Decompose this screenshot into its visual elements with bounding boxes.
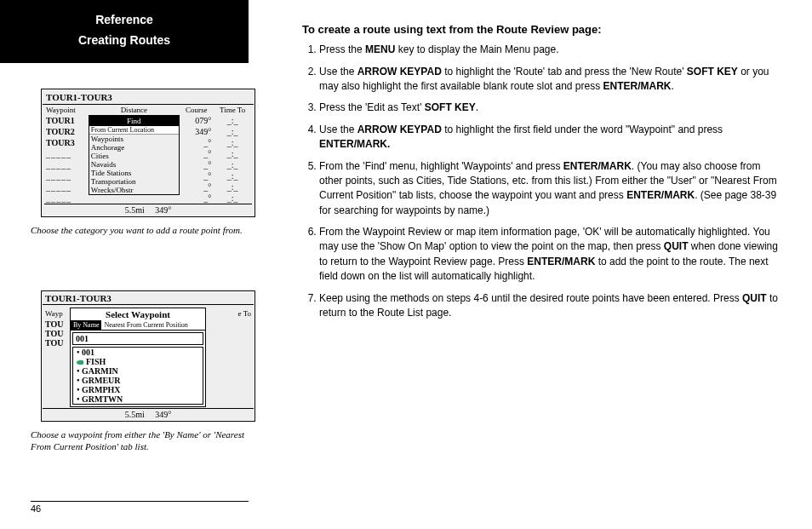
figure-a-footer: 5.5mi 349° bbox=[44, 204, 252, 216]
tour1: TOUR1 bbox=[44, 115, 89, 126]
col-timeto: Time To bbox=[213, 105, 252, 115]
menu-cities[interactable]: Cities bbox=[89, 152, 179, 160]
blank-row: _____ bbox=[44, 193, 89, 204]
select-waypoint-popup: Select Waypoint By Name Nearest From Cur… bbox=[70, 308, 206, 407]
dot-1: _:_ bbox=[213, 115, 252, 126]
step-4: Use the ARROW KEYPAD to highlight the fi… bbox=[319, 123, 779, 152]
figure-b-caption: Choose a waypoint from either the 'By Na… bbox=[31, 428, 255, 453]
find-menu-title: Find bbox=[89, 116, 179, 126]
figure-a-table: Waypoint Distance Course Time To TOUR1 F… bbox=[44, 105, 252, 204]
steps-list: Press the MENU key to display the Main M… bbox=[302, 43, 779, 320]
tour2: TOUR2 bbox=[44, 126, 89, 137]
dot-3: _:_ bbox=[213, 137, 252, 148]
blank-row: _____ bbox=[44, 159, 89, 170]
tour3: TOUR3 bbox=[44, 137, 89, 148]
col-distance: Distance bbox=[89, 105, 180, 115]
list-item[interactable]: GARMIN bbox=[73, 366, 203, 376]
tab-byname[interactable]: By Name bbox=[71, 320, 101, 330]
blank-row: _____ bbox=[44, 170, 89, 181]
figure-b-footer: 5.5mi 349° bbox=[43, 408, 254, 420]
list-item[interactable]: GRMTWN bbox=[73, 394, 203, 404]
section-title-2: Creating Routes bbox=[9, 31, 240, 51]
fb-left-head: Wayp bbox=[45, 309, 63, 318]
footer-bearing: 349° bbox=[155, 205, 171, 215]
fb-footer-dist: 5.5mi bbox=[125, 410, 145, 419]
list-item[interactable]: FISH bbox=[73, 357, 203, 366]
step-1: Press the MENU key to display the Main M… bbox=[319, 43, 779, 57]
section-header: Reference Creating Routes bbox=[0, 0, 249, 63]
course-1: 079° bbox=[180, 115, 213, 126]
waypoint-name-input[interactable]: 001 bbox=[72, 332, 203, 345]
section-title-1: Reference bbox=[9, 10, 240, 31]
menu-navaids[interactable]: Navaids bbox=[89, 160, 179, 169]
dot-2: _:_ bbox=[213, 126, 252, 137]
popup-title: Select Waypoint bbox=[71, 308, 205, 320]
step-7: Keep using the methods on steps 4-6 unti… bbox=[319, 291, 779, 321]
find-menu: Find From Current Location Waypoints Anc… bbox=[89, 115, 180, 195]
popup-tabs: By Name Nearest From Current Position bbox=[71, 320, 205, 331]
blank-row: _____ bbox=[44, 148, 89, 159]
col-waypoint: Waypoint bbox=[44, 105, 89, 115]
step-5: From the 'Find' menu, highlight 'Waypoin… bbox=[319, 159, 779, 219]
menu-waypoints[interactable]: Waypoints bbox=[89, 135, 179, 143]
menu-tidestations[interactable]: Tide Stations bbox=[89, 169, 179, 177]
figure-a: TOUR1-TOUR3 Waypoint Distance Course Tim… bbox=[43, 90, 254, 216]
col-course: Course bbox=[180, 105, 213, 115]
find-menu-sub: From Current Location bbox=[89, 126, 179, 135]
menu-transportation[interactable]: Transportation bbox=[89, 177, 179, 186]
figure-a-caption: Choose the category you want to add a ro… bbox=[31, 224, 255, 236]
main-content: To create a route using text from the Ro… bbox=[302, 22, 779, 327]
figure-b-border: TOUR1-TOUR3 Wayp e To TOU TOU TOU Select… bbox=[41, 290, 255, 422]
menu-anchorage[interactable]: Anchorage bbox=[89, 143, 179, 152]
blank-row: _____ bbox=[44, 181, 89, 193]
fb-right-head: e To bbox=[238, 309, 251, 318]
course-2: 349° bbox=[180, 126, 213, 137]
step-6: From the Waypoint Review or map item inf… bbox=[319, 225, 779, 285]
course-3: _° bbox=[180, 137, 213, 148]
page-number: 46 bbox=[31, 501, 249, 514]
figure-b-title: TOUR1-TOUR3 bbox=[43, 292, 254, 305]
figure-a-border: TOUR1-TOUR3 Waypoint Distance Course Tim… bbox=[41, 89, 255, 217]
figure-b: TOUR1-TOUR3 Wayp e To TOU TOU TOU Select… bbox=[43, 292, 254, 420]
step-3: Press the 'Edit as Text' SOFT KEY. bbox=[319, 101, 779, 115]
footer-dist: 5.5mi bbox=[125, 205, 145, 215]
fb-tour-abbrev: TOU TOU TOU bbox=[45, 319, 64, 348]
menu-wrecks[interactable]: Wrecks/Obstr bbox=[89, 186, 179, 194]
waypoint-list: 001 FISH GARMIN GRMEUR GRMPHX GRMTWN bbox=[72, 347, 203, 405]
list-item[interactable]: GRMPHX bbox=[73, 385, 203, 394]
step-2: Use the ARROW KEYPAD to highlight the 'R… bbox=[319, 65, 779, 95]
figure-b-wrap: TOUR1-TOUR3 Wayp e To TOU TOU TOU Select… bbox=[41, 290, 255, 422]
tab-nearest[interactable]: Nearest From Current Position bbox=[101, 320, 190, 330]
fish-icon bbox=[77, 360, 83, 365]
list-item[interactable]: 001 bbox=[73, 348, 203, 357]
main-heading: To create a route using text from the Ro… bbox=[302, 22, 779, 37]
fb-footer-bearing: 349° bbox=[155, 410, 171, 419]
figure-a-wrap: TOUR1-TOUR3 Waypoint Distance Course Tim… bbox=[41, 89, 255, 217]
figure-a-title: TOUR1-TOUR3 bbox=[43, 90, 254, 105]
list-item[interactable]: GRMEUR bbox=[73, 376, 203, 385]
left-column: Reference Creating Routes TOUR1-TOUR3 Wa… bbox=[0, 0, 281, 529]
